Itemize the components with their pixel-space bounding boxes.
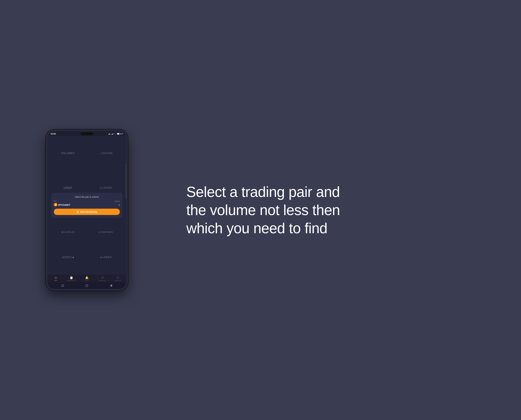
monitoring-info-label: Monitoring Info (67, 280, 75, 281)
pairs-label: Pairs (54, 280, 57, 281)
android-nav-bar (47, 282, 126, 289)
exchange-poloniex: POLONIEX (49, 136, 87, 171)
gateio-logo: gate.io (61, 231, 74, 233)
kucoin-logo: KuCoin (99, 152, 112, 155)
android-home-button[interactable] (85, 284, 89, 287)
exchange-kucoin: KuCoin (87, 136, 125, 171)
right-section: Select a trading pair and the volume not… (174, 0, 521, 420)
phone-side-button (128, 159, 128, 169)
pair-label: Pair (54, 200, 57, 202)
monitoring-icon: ⏻ (77, 211, 79, 213)
exchange-okex: OKEX (87, 240, 125, 275)
svg-point-6 (100, 257, 100, 258)
left-section: 15:50 ∿ 54 (0, 0, 174, 420)
about-label: About CVS (115, 280, 121, 281)
time-sales-icon: ↺ (101, 276, 104, 279)
nav-item-pairs[interactable]: ⊙ Pairs (48, 276, 63, 281)
poloniex-logo: POLONIEX (61, 152, 74, 155)
start-monitoring-button[interactable]: ⏻ Start Monitoring (54, 209, 120, 215)
nav-item-about[interactable]: ⓘ About CVS (110, 276, 126, 281)
svg-point-0 (100, 153, 101, 154)
status-bar: 15:50 ∿ 54 (47, 131, 126, 136)
alerts-label: Alerts (85, 280, 89, 281)
android-back-button[interactable] (109, 284, 113, 287)
hitbtc-logo: HitBTC◀ (62, 256, 74, 259)
phone-frame: 15:50 ∿ 54 (46, 129, 128, 291)
svg-text:L: L (100, 188, 101, 189)
pairs-icon: ⊙ (55, 276, 57, 279)
nav-item-time-sales[interactable]: ↺ Time & Sales (95, 276, 110, 281)
status-time: 15:50 (51, 133, 56, 135)
modal-title: Select the pair & volume (54, 196, 120, 198)
signal-icon (108, 133, 110, 135)
exchange-gateio: gate.io (49, 224, 87, 240)
hero-line-1: Select a trading pair and (186, 183, 340, 201)
pair-value-row: ₿ BTC/USDT 1 (54, 203, 120, 207)
svg-marker-4 (62, 232, 63, 233)
exchange-hitbtc: HitBTC◀ (49, 240, 87, 275)
svg-point-5 (101, 257, 102, 258)
exchange-digifinex: DIGIFINEX (87, 224, 125, 240)
status-icons: ∿ 54 (108, 133, 123, 135)
battery-icon (117, 133, 120, 135)
scroll-indicator (126, 164, 126, 198)
monitoring-info-icon: 📋 (70, 276, 73, 279)
bottom-nav: ⊙ Pairs 📋 Monitoring Info 🔔 Alerts ↺ Tim… (47, 275, 126, 282)
android-recents-button[interactable] (61, 284, 64, 287)
wifi-icon: ∿ (114, 133, 116, 135)
exchange-grid: POLONIEX KuCoin UPbit (47, 136, 126, 275)
btc-symbol: ₿ (55, 204, 56, 206)
btc-icon: ₿ (54, 203, 57, 207)
back-icon (110, 284, 112, 287)
recents-icon (62, 285, 64, 287)
digifinex-logo: DIGIFINEX (98, 231, 113, 233)
upbit-logo: UPbit (64, 186, 72, 190)
okex-logo: OKEX (100, 256, 112, 259)
home-icon (86, 284, 88, 287)
about-icon: ⓘ (117, 276, 119, 280)
battery-level: 54 (121, 133, 123, 135)
signal-icon-2 (111, 133, 113, 135)
nav-item-monitoring[interactable]: 📋 Monitoring Info (63, 276, 79, 281)
pair-name: BTC/USDT (58, 203, 70, 206)
hero-line-3: which you need to find (186, 219, 340, 237)
hero-text-block: Select a trading pair and the volume not… (186, 183, 340, 237)
volume-value: 1 (119, 203, 120, 206)
time-sales-label: Time & Sales (99, 280, 106, 281)
volume-label: Volume (115, 200, 120, 202)
start-monitoring-label: Start Monitoring (80, 211, 97, 213)
lbank-logo: L LBANK (100, 187, 112, 189)
svg-point-7 (102, 257, 103, 258)
alerts-icon: 🔔 (85, 276, 89, 279)
nav-item-alerts[interactable]: 🔔 Alerts (79, 276, 95, 281)
pair-volume-labels: Pair Volume (54, 200, 120, 202)
pair-volume-modal: Select the pair & volume Pair Volume ₿ B… (51, 193, 122, 218)
hero-line-2: the volume not less then (186, 201, 340, 219)
phone-screen: POLONIEX KuCoin UPbit (47, 136, 126, 282)
